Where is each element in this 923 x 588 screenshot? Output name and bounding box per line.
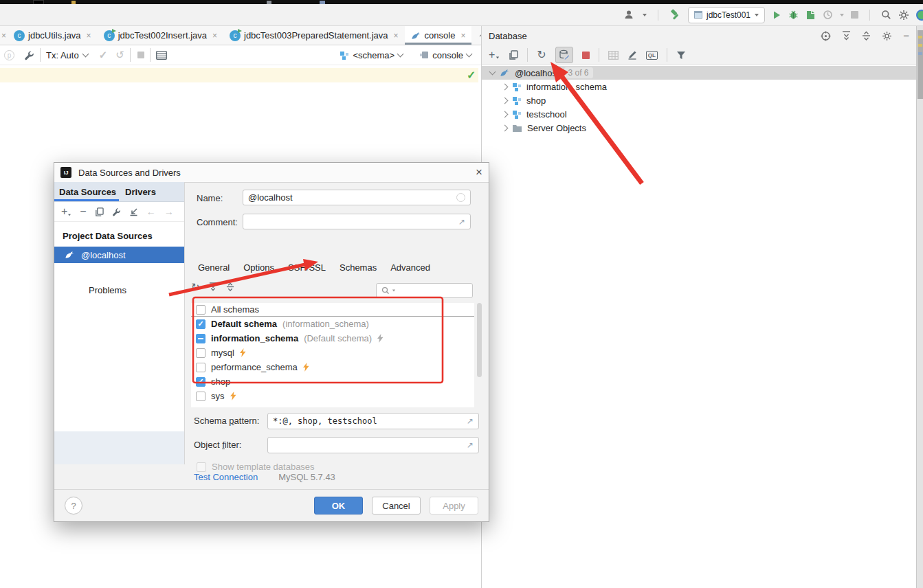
stop-icon[interactable] [582,52,590,59]
tab-advanced[interactable]: Advanced [383,260,437,275]
close-icon[interactable]: × [0,31,8,41]
tree-row-testschool[interactable]: testschool [482,107,916,121]
share-import-icon[interactable] [129,207,138,216]
build-hammer-icon[interactable] [669,9,681,21]
checkbox-unchecked[interactable] [196,348,205,358]
add-icon[interactable]: + [61,207,71,216]
tree-row-information-schema[interactable]: information_schema [482,80,916,93]
scrollbar-thumb[interactable] [918,30,923,99]
wrench-icon[interactable] [112,207,121,216]
expand-field-icon[interactable]: ↗ [467,416,474,426]
profiler-dropdown-caret[interactable] [840,14,844,16]
name-input[interactable]: @localhost [243,190,471,205]
schema-row-mysql[interactable]: mysql [191,346,474,360]
schema-search-input[interactable] [376,283,473,298]
tree-row-shop[interactable]: shop [482,93,916,107]
schema-row-information-schema[interactable]: information_schema (Default schema) [191,331,474,346]
profiler-icon[interactable] [823,10,833,20]
collapse-all-icon[interactable] [226,282,234,291]
debug-icon[interactable] [788,10,799,20]
tab-drivers[interactable]: Drivers [121,187,160,197]
expand-all-icon[interactable] [209,282,217,291]
coverage-icon[interactable] [805,10,816,20]
chevron-right-icon[interactable] [502,124,509,131]
schema-list-scrollbar[interactable] [477,303,482,377]
object-filter-input[interactable]: ↗ [267,437,479,453]
schema-row-performance-schema[interactable]: performance_schema [191,360,474,374]
schema-row-default[interactable]: ✓ Default schema (information_schema) [191,317,474,331]
chevron-right-icon[interactable] [502,111,509,117]
locate-target-icon[interactable] [821,31,831,41]
schema-selector[interactable]: <schema> [340,50,403,60]
panel-settings-gear-icon[interactable] [882,31,892,41]
user-icon[interactable] [624,10,636,20]
hide-panel-icon[interactable]: − [903,32,909,39]
schema-pattern-label: Schema pattern: [194,416,259,426]
refresh-icon[interactable]: ↻ [537,50,546,60]
expand-all-icon[interactable] [842,31,851,41]
checkbox-unchecked[interactable] [196,305,205,315]
search-options-caret[interactable] [392,290,395,292]
close-icon[interactable]: × [212,31,217,41]
schema-pattern-input[interactable]: *:@, shop, testschool ↗ [267,413,479,429]
comment-input[interactable]: ↗ [243,214,471,229]
tab-jdbctest003preparedstatement[interactable]: c jdbcTest003PreparedStatement.java × [223,26,405,45]
close-icon[interactable]: × [87,31,91,41]
edit-pencil-icon[interactable] [627,50,637,60]
data-source-properties-icon[interactable] [555,47,573,63]
datasource-item-localhost[interactable]: @localhost [54,247,184,263]
close-icon[interactable]: × [460,31,465,41]
help-button[interactable]: ? [65,497,82,514]
add-icon[interactable]: + [489,51,500,59]
tab-options[interactable]: Options [236,260,281,275]
filter-funnel-icon[interactable] [676,51,686,60]
tab-data-sources[interactable]: Data Sources [54,187,121,197]
tree-row-localhost[interactable]: @localhost 3 of 6 [482,66,916,80]
chevron-right-icon[interactable] [502,97,509,104]
wrench-icon[interactable] [24,50,34,60]
run-icon[interactable] [772,10,781,20]
user-dropdown-caret[interactable] [643,14,647,16]
checkbox-unchecked[interactable] [196,392,205,401]
schema-row-all[interactable]: All schemas [191,303,474,316]
refresh-name-icon[interactable] [456,193,465,202]
expand-field-icon[interactable]: ↗ [458,217,465,227]
run-configuration-combo[interactable]: jdbcTest001 [688,7,765,23]
test-connection-link[interactable]: Test Connection [194,472,258,482]
refresh-icon[interactable]: ↻ [191,282,200,291]
remove-icon[interactable]: − [80,208,86,215]
chevron-down-icon[interactable] [489,68,496,75]
schema-row-sys[interactable]: sys [191,389,474,403]
ok-button[interactable]: OK [314,497,363,514]
console-selector[interactable]: console [419,50,471,60]
duplicate-icon[interactable] [509,50,518,60]
ide-orb-icon[interactable] [916,10,923,21]
inspection-ok-check-icon[interactable]: ✓ [467,69,476,82]
schema-row-shop[interactable]: ✓ shop [191,374,474,389]
checkbox-unchecked[interactable] [196,363,205,372]
dialog-close-icon[interactable]: × [476,166,482,179]
tx-mode-selector[interactable]: Tx: Auto [46,50,88,60]
close-icon[interactable]: × [394,31,399,41]
checkbox-partial[interactable] [196,334,205,343]
tree-row-server-objects[interactable]: Server Objects [482,121,916,135]
search-icon[interactable] [881,10,891,20]
duplicate-icon[interactable] [95,207,104,216]
settings-gear-icon[interactable] [898,10,909,21]
collapse-all-icon[interactable] [862,31,871,41]
tab-jdbctest002insert[interactable]: c jdbcTest002Insert.java × [98,26,223,45]
problems-label[interactable]: Problems [89,285,184,295]
schemas-toolbar: ↻ [191,282,234,291]
tab-console[interactable]: console × [405,26,472,45]
tab-jdbcutils[interactable]: c jdbcUtils.java × [8,26,98,45]
checkbox-checked[interactable]: ✓ [196,319,205,329]
tab-ssh-ssl[interactable]: SSH/SSL [281,260,333,275]
output-layout-icon[interactable] [156,51,167,60]
tab-general[interactable]: General [191,260,236,275]
expand-field-icon[interactable]: ↗ [467,440,474,450]
query-console-icon[interactable]: QL [646,51,658,60]
cancel-button[interactable]: Cancel [372,497,421,514]
chevron-right-icon[interactable] [502,83,509,90]
checkbox-checked[interactable]: ✓ [196,377,205,387]
tab-schemas[interactable]: Schemas [333,260,383,275]
